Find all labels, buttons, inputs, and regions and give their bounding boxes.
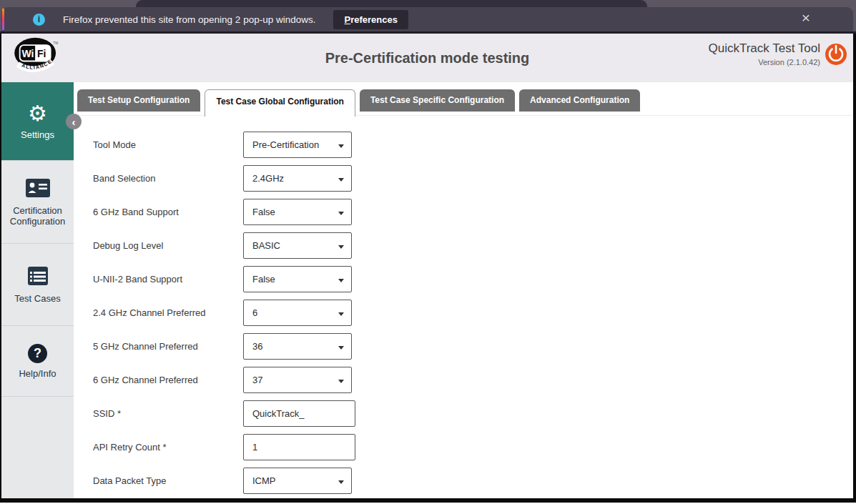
chevron-down-icon [338, 346, 344, 350]
sidebar-item-label: Help/Info [19, 368, 56, 379]
channel-24ghz-preferred-select[interactable]: 6 [243, 300, 352, 326]
app-header: Wi Fi TM ALLIANCE Pre-Certification mode… [1, 34, 853, 82]
app-window: Wi Fi TM ALLIANCE Pre-Certification mode… [0, 34, 856, 503]
field-label: 6 GHz Band Support [93, 207, 243, 217]
ssid-input[interactable] [243, 400, 355, 427]
sidebar-item-test-cases[interactable]: Test Cases [1, 244, 74, 326]
select-value: 2.4GHz [252, 173, 284, 184]
browser-tab-strip [136, 0, 647, 7]
field-label: 5 GHz Channel Preferred [93, 341, 243, 352]
select-value: 36 [252, 341, 262, 352]
form-row: Data Packet Type ICMP [93, 464, 853, 498]
chevron-down-icon [338, 380, 344, 383]
field-label: Band Selection [93, 173, 243, 184]
data-packet-type-select[interactable]: ICMP [243, 468, 352, 494]
svg-text:TM: TM [53, 41, 58, 45]
tab-advanced-configuration[interactable]: Advanced Configuration [519, 89, 640, 112]
form-row: U-NII-2 Band Support False [93, 262, 853, 296]
notification-message: Firefox prevented this site from opening… [63, 14, 315, 25]
form-row: API Retry Count * [93, 430, 853, 464]
field-label: API Retry Count * [93, 442, 243, 453]
sidebar-item-help-info[interactable]: ? Help/Info [1, 326, 74, 397]
sidebar-item-label: Settings [21, 129, 54, 140]
form-row: 2.4 GHz Channel Preferred 6 [93, 296, 853, 330]
select-value: ICMP [252, 475, 276, 486]
sidebar-item-certification-configuration[interactable]: Certification Configuration [1, 161, 74, 244]
app-version: Version (2.1.0.42) [708, 58, 820, 66]
form-row: Debug Log Level BASIC [93, 229, 853, 262]
tab-test-case-specific-configuration[interactable]: Test Case Specific Configuration [360, 89, 515, 112]
tab-bar: Test Setup Configuration Test Case Globa… [77, 89, 853, 116]
sidebar: ⚙ Settings ‹ Certification Co [1, 82, 74, 498]
form-row: Tool Mode Pre-Certification [93, 128, 853, 162]
chevron-down-icon [338, 312, 344, 316]
collapse-sidebar-button[interactable]: ‹ [66, 114, 82, 129]
field-label: Data Packet Type [93, 475, 243, 486]
chevron-down-icon [338, 144, 344, 148]
select-value: False [252, 274, 275, 285]
channel-6ghz-preferred-select[interactable]: 37 [243, 367, 352, 393]
form-row: SSID * [93, 397, 853, 430]
app-name: QuickTrack Test Tool [708, 41, 820, 56]
screen: i Firefox prevented this site from openi… [0, 0, 856, 504]
debug-log-level-select[interactable]: BASIC [243, 232, 352, 259]
sidebar-item-settings[interactable]: ⚙ Settings ‹ [1, 82, 74, 161]
tool-mode-select[interactable]: Pre-Certification [243, 132, 352, 158]
select-value: 6 [252, 307, 257, 318]
field-label: SSID * [93, 408, 243, 419]
form-row: 6 GHz Channel Preferred 37 [93, 363, 853, 397]
gear-icon: ⚙ [28, 103, 47, 124]
chevron-down-icon [338, 212, 344, 215]
field-label: Debug Log Level [93, 240, 243, 251]
chevron-down-icon [338, 178, 344, 182]
channel-5ghz-preferred-select[interactable]: 36 [243, 333, 352, 360]
question-icon: ? [28, 344, 47, 363]
tab-test-setup-configuration[interactable]: Test Setup Configuration [77, 89, 200, 112]
chevron-down-icon [338, 245, 344, 249]
form-row: 6 GHz Band Support False [93, 195, 853, 229]
app-identity: QuickTrack Test Tool Version (2.1.0.42) [708, 41, 820, 66]
id-card-icon [25, 178, 51, 200]
form-row: 5 GHz Channel Preferred 36 [93, 330, 853, 363]
field-label: 2.4 GHz Channel Preferred [93, 307, 243, 318]
unii2-band-support-select[interactable]: False [243, 266, 352, 292]
select-value: False [252, 207, 275, 217]
form-row: Band Selection 2.4GHz [93, 162, 853, 195]
select-value: 37 [252, 375, 262, 385]
field-label: Tool Mode [93, 139, 243, 150]
sidebar-item-label: Certification Configuration [1, 205, 74, 227]
select-value: BASIC [252, 240, 280, 251]
sidebar-item-label: Test Cases [14, 293, 60, 304]
power-icon[interactable] [825, 43, 847, 69]
api-retry-count-input[interactable] [243, 434, 355, 460]
global-configuration-form: Tool Mode Pre-Certification Band Selecti… [74, 116, 853, 498]
field-label: U-NII-2 Band Support [93, 274, 243, 285]
info-icon: i [33, 14, 45, 26]
band-selection-select[interactable]: 2.4GHz [243, 165, 352, 192]
close-icon[interactable]: × [802, 10, 810, 25]
six-ghz-band-support-select[interactable]: False [243, 199, 352, 225]
chevron-down-icon [338, 480, 344, 484]
tab-test-case-global-configuration[interactable]: Test Case Global Configuration [205, 89, 355, 117]
browser-chrome: i Firefox prevented this site from openi… [0, 0, 856, 34]
popup-blocked-notification: i Firefox prevented this site from openi… [1, 7, 853, 31]
content-area: Test Setup Configuration Test Case Globa… [74, 82, 853, 498]
chevron-down-icon [338, 279, 344, 282]
field-label: 6 GHz Channel Preferred [93, 375, 243, 385]
list-icon [27, 266, 49, 288]
preferences-button[interactable]: Preferences [333, 10, 408, 29]
firefox-gradient-stripe [2, 9, 4, 30]
select-value: Pre-Certification [252, 139, 319, 150]
